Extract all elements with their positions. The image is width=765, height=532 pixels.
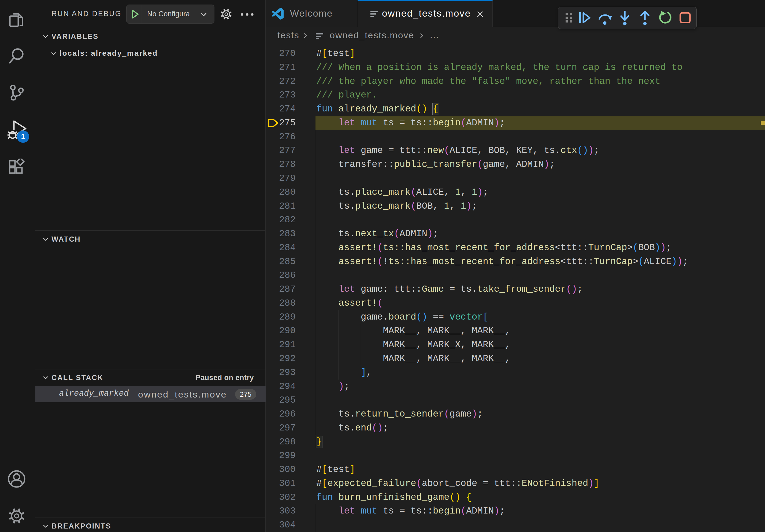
svg-text:1: 1 [21,133,25,140]
